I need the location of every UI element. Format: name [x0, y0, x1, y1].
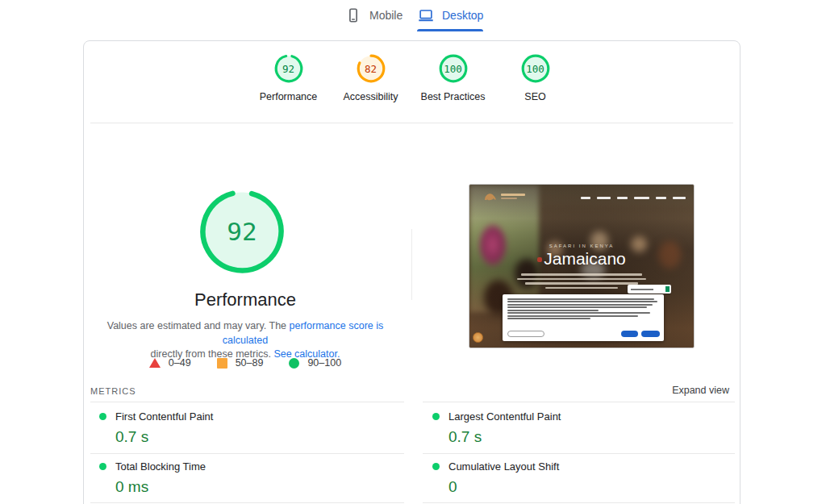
- site-eyebrow: SAFARI IN KENYA: [469, 244, 694, 248]
- lcp-metric-value: 0.7 s: [448, 428, 482, 446]
- accessibility-score-ring-icon: 82: [356, 53, 386, 84]
- cookie-banner: [503, 294, 664, 341]
- fail-range-label: 0–49: [169, 357, 191, 369]
- lcp-metric-name: Largest Contentful Paint: [448, 410, 561, 423]
- cookie-banner-buttons: [507, 331, 660, 337]
- elephant-logo-icon: [482, 191, 497, 202]
- metrics-heading: METRICS: [90, 386, 136, 396]
- tab-desktop-label: Desktop: [442, 9, 483, 22]
- best-practices-score-label: Best Practices: [421, 91, 486, 102]
- summary-divider: [90, 123, 733, 123]
- metric-row-divider: [90, 453, 404, 454]
- accessibility-score-value: 82: [356, 53, 386, 84]
- title-mark-icon: [537, 257, 542, 262]
- average-square-icon: [217, 358, 227, 369]
- nav-item: [597, 197, 611, 199]
- disclaimer-text-1: Values are estimated and may vary. The: [107, 320, 290, 331]
- gauge-score-value: 92: [200, 190, 284, 273]
- performance-score-ring-icon: 92: [273, 53, 304, 84]
- tbt-metric-name: Total Blocking Time: [115, 460, 206, 473]
- mobile-phone-icon: [344, 6, 362, 24]
- logo-text-lines: [501, 194, 525, 199]
- site-screenshot-thumbnail[interactable]: SAFARI IN KENYA Jamaicano: [469, 184, 695, 348]
- cls-metric-value: 0: [448, 478, 457, 496]
- nav-item: [634, 197, 649, 199]
- score-item-accessibility[interactable]: 82 Accessibility: [330, 53, 412, 102]
- cookie-reject-button: [621, 331, 638, 337]
- performance-score-value: 92: [273, 53, 304, 84]
- tbt-status-dot-icon: [99, 463, 106, 470]
- fcp-status-dot-icon: [99, 413, 106, 420]
- active-tab-underline: [417, 29, 483, 31]
- score-item-best-practices[interactable]: 100 Best Practices: [412, 53, 494, 102]
- nav-item: [617, 197, 628, 199]
- site-title: Jamaicano: [469, 249, 694, 269]
- metrics-divider-right: [423, 402, 735, 402]
- cls-status-dot-icon: [432, 463, 440, 470]
- score-item-performance[interactable]: 92 Performance: [248, 53, 330, 102]
- metric-row-divider: [90, 502, 404, 503]
- cls-metric-name: Cumulative Layout Shift: [448, 460, 559, 473]
- fcp-metric-name: First Contentful Paint: [115, 410, 213, 423]
- site-logo: [482, 191, 525, 202]
- seo-score-label: SEO: [524, 91, 545, 102]
- pass-circle-icon: [289, 358, 299, 369]
- fail-triangle-icon: [149, 358, 161, 368]
- toggle-icon: [665, 286, 670, 292]
- gauge-title: Performance: [84, 289, 407, 310]
- tab-desktop[interactable]: Desktop: [417, 6, 483, 31]
- cookie-badge-icon: [473, 332, 483, 343]
- score-item-seo[interactable]: 100 SEO: [494, 53, 577, 102]
- lcp-status-dot-icon: [432, 413, 440, 420]
- column-divider: [411, 229, 412, 300]
- performance-score-label: Performance: [260, 91, 318, 102]
- nav-item: [656, 197, 666, 199]
- legend-pass-range: 90–100: [289, 357, 341, 369]
- site-nav-menu: [581, 197, 686, 199]
- metrics-divider-left: [90, 402, 404, 402]
- tab-mobile-label: Mobile: [369, 9, 403, 22]
- tbt-metric-value: 0 ms: [115, 478, 148, 496]
- seo-score-value: 100: [520, 53, 551, 84]
- seo-score-ring-icon: 100: [520, 53, 551, 84]
- desktop-laptop-icon: [417, 6, 435, 24]
- cookie-accept-button: [641, 331, 660, 337]
- nav-item: [581, 197, 590, 199]
- best-practices-score-value: 100: [438, 53, 469, 84]
- accessibility-score-label: Accessibility: [343, 91, 398, 102]
- average-range-label: 50–89: [236, 357, 264, 369]
- category-scores-row: 92 Performance 82 Accessibility: [84, 53, 740, 102]
- metric-row-divider: [423, 502, 735, 503]
- performance-gauge: 92: [200, 190, 284, 273]
- report-card: 92 Performance 82 Accessibility: [83, 40, 740, 504]
- expand-view-button[interactable]: Expand view: [672, 385, 729, 396]
- nav-item: [673, 197, 686, 199]
- site-title-text: Jamaicano: [544, 249, 626, 268]
- tab-mobile[interactable]: Mobile: [344, 6, 403, 31]
- pass-range-label: 90–100: [307, 357, 341, 369]
- score-disclaimer: Values are estimated and may vary. The p…: [84, 319, 407, 362]
- cookie-settings-button: [507, 331, 544, 337]
- pagespeed-report: Mobile Desktop 92 Performance: [0, 0, 826, 504]
- metric-row-divider: [423, 453, 735, 454]
- fcp-metric-value: 0.7 s: [115, 428, 148, 446]
- legend-average-range: 50–89: [217, 357, 264, 369]
- cookie-consent-widget: [628, 285, 671, 294]
- best-practices-score-ring-icon: 100: [438, 53, 469, 84]
- legend-fail-range: 0–49: [149, 357, 191, 369]
- score-range-legend: 0–49 50–89 90–100: [84, 357, 407, 369]
